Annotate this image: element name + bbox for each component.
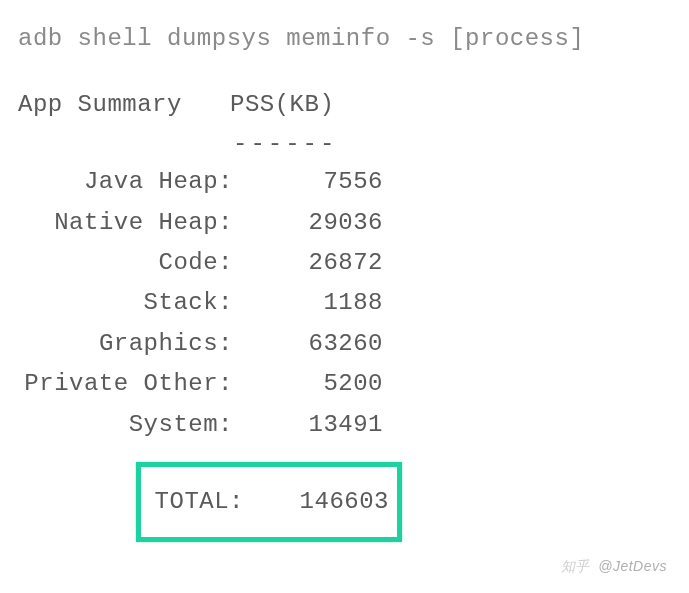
- row-code: Code: 26872: [18, 244, 671, 282]
- row-label: Private Other:: [18, 365, 233, 403]
- row-label: Java Heap:: [18, 163, 233, 201]
- row-value: 26872: [233, 244, 383, 282]
- row-system: System: 13491: [18, 406, 671, 444]
- row-value: 13491: [233, 406, 383, 444]
- watermark-text: @JetDevs: [598, 558, 667, 574]
- divider-row: ------: [18, 125, 671, 163]
- row-value: 29036: [233, 204, 383, 242]
- divider-dashes: ------: [233, 125, 337, 163]
- row-label: Native Heap:: [18, 204, 233, 242]
- row-value: 63260: [233, 325, 383, 363]
- summary-header-row: App Summary PSS(KB): [18, 86, 671, 124]
- total-box: TOTAL: 146603: [136, 462, 402, 542]
- summary-header-column: PSS(KB): [218, 86, 378, 124]
- row-value: 5200: [233, 365, 383, 403]
- divider-spacer: [18, 125, 233, 163]
- row-graphics: Graphics: 63260: [18, 325, 671, 363]
- row-stack: Stack: 1188: [18, 284, 671, 322]
- summary-header-label: App Summary: [18, 86, 218, 124]
- row-label: Code:: [18, 244, 233, 282]
- total-label: TOTAL:: [149, 483, 244, 521]
- row-value: 7556: [233, 163, 383, 201]
- row-java-heap: Java Heap: 7556: [18, 163, 671, 201]
- watermark-prefix: 知乎: [561, 558, 590, 574]
- command-line: adb shell dumpsys meminfo -s [process]: [18, 20, 671, 58]
- total-value: 146603: [244, 483, 389, 521]
- row-native-heap: Native Heap: 29036: [18, 204, 671, 242]
- row-label: Stack:: [18, 284, 233, 322]
- row-private-other: Private Other: 5200: [18, 365, 671, 403]
- row-label: Graphics:: [18, 325, 233, 363]
- row-value: 1188: [233, 284, 383, 322]
- row-label: System:: [18, 406, 233, 444]
- watermark: 知乎 @JetDevs: [561, 555, 667, 577]
